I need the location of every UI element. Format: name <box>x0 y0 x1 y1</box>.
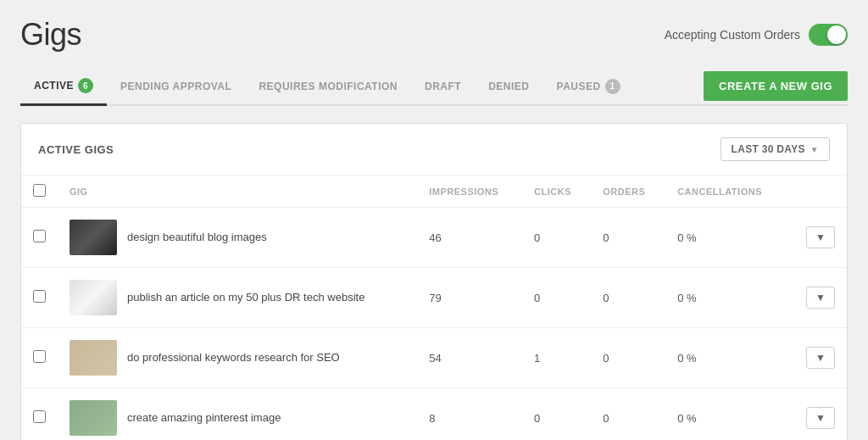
row-gig-cell: do professional keywords research for SE… <box>58 328 417 388</box>
row-checkbox-1[interactable] <box>33 230 46 242</box>
tabs-bar: ACTIVE 6 PENDING APPROVAL REQUIRES MODIF… <box>20 68 848 106</box>
row-checkbox-2[interactable] <box>33 290 46 303</box>
tab-denied[interactable]: DENIED <box>475 70 542 103</box>
row-checkbox-3[interactable] <box>33 350 46 363</box>
row-actions-cell: ▼ <box>787 388 847 441</box>
col-clicks: CLICKS <box>522 175 591 208</box>
table-header-row: GIG IMPRESSIONS CLICKS ORDERS CANCELLATI… <box>21 175 847 208</box>
select-all-checkbox[interactable] <box>33 184 46 197</box>
row-impressions: 46 <box>417 208 522 268</box>
gig-cell-content: do professional keywords research for SE… <box>70 340 405 376</box>
period-dropdown[interactable]: LAST 30 DAYS ▼ <box>721 137 830 161</box>
gig-thumbnail <box>70 220 117 255</box>
tabs-left: ACTIVE 6 PENDING APPROVAL REQUIRES MODIF… <box>20 68 634 104</box>
create-gig-button[interactable]: CREATE A NEW GIG <box>704 71 848 101</box>
row-orders: 0 <box>591 208 665 268</box>
gig-thumbnail <box>70 400 117 436</box>
col-cancellations: CANCELLATIONS <box>665 175 787 208</box>
gig-cell-content: design beautiful blog images <box>70 220 405 255</box>
row-clicks: 1 <box>522 328 591 388</box>
row-orders: 0 <box>591 268 665 328</box>
row-orders: 0 <box>591 328 665 388</box>
row-checkbox-cell <box>21 208 58 268</box>
row-cancellations: 0 % <box>665 328 787 388</box>
row-action-dropdown[interactable]: ▼ <box>806 226 835 248</box>
gig-cell-content: create amazing pinterest image <box>70 400 405 436</box>
gig-cell-content: publish an article on my 50 plus DR tech… <box>70 280 405 315</box>
active-gigs-title: ACTIVE GIGS <box>38 143 114 156</box>
tab-denied-label: DENIED <box>488 81 529 92</box>
custom-orders-label: Accepting Custom Orders <box>665 28 800 42</box>
top-header: Gigs Accepting Custom Orders <box>20 17 848 53</box>
tab-active-label: ACTIVE <box>34 80 74 92</box>
col-gig: GIG <box>58 175 417 208</box>
row-action-dropdown[interactable]: ▼ <box>806 287 835 309</box>
tab-active[interactable]: ACTIVE 6 <box>20 68 107 106</box>
row-actions-cell: ▼ <box>787 268 847 328</box>
row-cancellations: 0 % <box>665 388 787 441</box>
page-title: Gigs <box>20 17 81 53</box>
tab-paused-badge: 1 <box>605 79 620 94</box>
select-all-header <box>21 175 58 208</box>
row-checkbox-cell <box>21 328 58 388</box>
tab-paused[interactable]: PAUSED 1 <box>543 69 634 104</box>
tab-draft-label: DRAFT <box>425 81 461 92</box>
tab-active-badge: 6 <box>78 78 93 93</box>
row-actions-cell: ▼ <box>787 208 847 268</box>
table-row: publish an article on my 50 plus DR tech… <box>21 268 847 328</box>
tab-requires-label: REQUIRES MODIFICATION <box>259 81 398 92</box>
tab-draft[interactable]: DRAFT <box>411 70 475 103</box>
table-row: design beautiful blog images 46 0 0 0 % … <box>21 208 847 268</box>
tab-pending-label: PENDING APPROVAL <box>120 81 231 92</box>
row-cancellations: 0 % <box>665 268 787 328</box>
row-gig-cell: publish an article on my 50 plus DR tech… <box>58 268 417 328</box>
row-cancellations: 0 % <box>665 208 787 268</box>
toggle-knob <box>827 25 846 44</box>
row-action-dropdown[interactable]: ▼ <box>806 347 835 369</box>
gig-name: design beautiful blog images <box>127 230 267 245</box>
row-action-dropdown[interactable]: ▼ <box>806 407 835 429</box>
row-checkbox-4[interactable] <box>33 410 46 423</box>
gig-name: create amazing pinterest image <box>127 410 281 426</box>
row-checkbox-cell <box>21 268 58 328</box>
row-checkbox-cell <box>21 388 58 441</box>
col-actions <box>787 175 847 208</box>
period-label: LAST 30 DAYS <box>732 143 805 155</box>
tab-paused-label: PAUSED <box>557 81 601 92</box>
gig-thumbnail <box>70 280 117 315</box>
active-gigs-card: ACTIVE GIGS LAST 30 DAYS ▼ GIG IMPRESSIO… <box>20 123 848 440</box>
col-orders: ORDERS <box>591 175 665 208</box>
gig-name: do professional keywords research for SE… <box>127 350 340 365</box>
row-impressions: 79 <box>417 268 522 328</box>
custom-orders-area: Accepting Custom Orders <box>665 24 848 46</box>
page-wrapper: Gigs Accepting Custom Orders ACTIVE 6 PE… <box>0 0 868 440</box>
row-impressions: 8 <box>417 388 522 441</box>
row-orders: 0 <box>591 388 665 441</box>
tab-requires-modification[interactable]: REQUIRES MODIFICATION <box>245 70 411 103</box>
table-row: create amazing pinterest image 8 0 0 0 %… <box>21 388 847 441</box>
row-clicks: 0 <box>522 268 591 328</box>
card-header: ACTIVE GIGS LAST 30 DAYS ▼ <box>21 124 847 175</box>
tab-pending[interactable]: PENDING APPROVAL <box>107 70 245 103</box>
row-actions-cell: ▼ <box>787 328 847 388</box>
row-impressions: 54 <box>417 328 522 388</box>
row-gig-cell: create amazing pinterest image <box>58 388 417 441</box>
gig-name: publish an article on my 50 plus DR tech… <box>127 290 364 305</box>
row-gig-cell: design beautiful blog images <box>58 208 417 268</box>
row-clicks: 0 <box>522 208 591 268</box>
gigs-table: GIG IMPRESSIONS CLICKS ORDERS CANCELLATI… <box>21 175 847 440</box>
dropdown-arrow-icon: ▼ <box>810 145 819 154</box>
table-row: do professional keywords research for SE… <box>21 328 847 388</box>
gig-thumbnail <box>70 340 117 376</box>
custom-orders-toggle[interactable] <box>809 24 848 46</box>
row-clicks: 0 <box>522 388 591 441</box>
col-impressions: IMPRESSIONS <box>417 175 522 208</box>
